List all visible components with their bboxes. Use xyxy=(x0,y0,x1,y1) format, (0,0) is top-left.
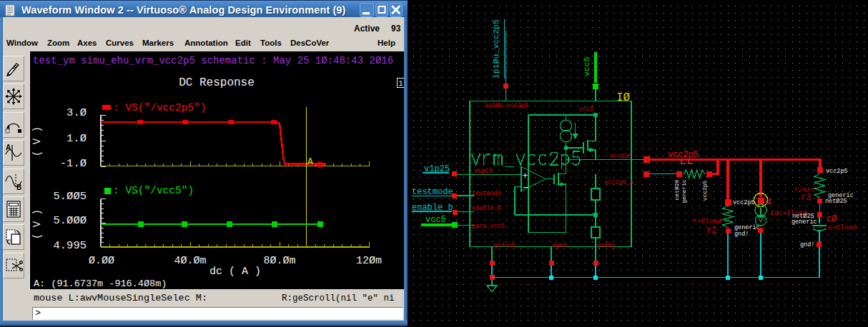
svg-text:3.Ø: 3.Ø xyxy=(66,106,87,119)
svg-text:r=Rload: r=Rload xyxy=(693,217,721,225)
svg-text:IØ: IØ xyxy=(616,91,631,104)
svg-text:enable_b: enable_b xyxy=(472,205,501,212)
svg-text:1.Ø: 1.Ø xyxy=(66,132,87,145)
svg-text:vcc2p5: vcc2p5 xyxy=(826,168,848,175)
svg-text:4Ø.Øm: 4Ø.Øm xyxy=(174,255,206,267)
svg-text:A: A xyxy=(307,156,313,167)
svg-text:−: − xyxy=(523,183,528,193)
svg-text:vcc5: vcc5 xyxy=(582,56,591,76)
svg-text:8Ø.Øm: 8Ø.Øm xyxy=(263,255,295,267)
svg-text:v1p25: v1p25 xyxy=(474,168,493,175)
svg-text:Ø.ØØ: Ø.ØØ xyxy=(89,255,114,267)
svg-text:agnd: agnd xyxy=(552,242,566,249)
svg-text:vcc2p5: vcc2p5 xyxy=(610,153,632,160)
svg-text:r2: r2 xyxy=(706,226,716,236)
svg-text:testmode: testmode xyxy=(412,187,453,197)
svg-text:c=Cload: c=Cload xyxy=(828,223,857,231)
svg-text:vcc2p5: vcc2p5 xyxy=(733,199,755,206)
svg-text:1: 1 xyxy=(398,80,403,88)
svg-text:gnd!: gnd! xyxy=(800,241,814,248)
svg-text:ip1Øu_vcc2p5: ip1Øu_vcc2p5 xyxy=(485,102,528,109)
svg-text:generic: generic xyxy=(681,179,687,203)
svg-text:generic: generic xyxy=(791,218,817,226)
svg-text:DC Response: DC Response xyxy=(179,76,255,89)
svg-text:ip1Øu_vcc2p5: ip1Øu_vcc2p5 xyxy=(491,19,500,79)
svg-text:12Øm: 12Øm xyxy=(356,255,382,267)
svg-text:netØ28: netØ28 xyxy=(674,179,680,200)
svg-text:vcc2p5_a: vcc2p5_a xyxy=(604,179,633,186)
svg-text:vcc5: vcc5 xyxy=(579,106,593,113)
svg-text:A: (91.6737m -916.4Ø8m): A: (91.6737m -916.4Ø8m) xyxy=(34,278,167,289)
svg-text:( V ): ( V ) xyxy=(31,209,43,239)
svg-text:gndsub: gndsub xyxy=(493,242,516,249)
svg-text:dc ( A ): dc ( A ) xyxy=(209,266,261,278)
svg-text:vcc5: vcc5 xyxy=(425,215,446,225)
svg-text:test_ym simu_ehu_vrm_vcc2p5 sc: test_ym simu_ehu_vrm_vcc2p5 schematic : … xyxy=(33,55,393,66)
svg-text:gndbg: gndbg xyxy=(596,242,615,249)
svg-text:5.ØØØ: 5.ØØØ xyxy=(53,214,87,227)
svg-text:-1.Ø: -1.Ø xyxy=(60,157,87,170)
svg-text:r3: r3 xyxy=(801,193,811,203)
svg-text:+: + xyxy=(523,171,528,181)
svg-text:: VS("/vcc5"): : VS("/vcc5") xyxy=(113,185,194,196)
svg-text:vcc2p5: vcc2p5 xyxy=(701,180,708,201)
svg-text:testmode: testmode xyxy=(472,190,501,197)
svg-text:4.995: 4.995 xyxy=(53,239,87,252)
svg-text:netØ25: netØ25 xyxy=(825,198,847,205)
svg-text:: VS("/vcc2p5"): : VS("/vcc2p5") xyxy=(113,102,207,114)
svg-text:B: B xyxy=(16,183,21,191)
svg-text:( V ): ( V ) xyxy=(31,126,43,156)
svg-text:4: 4 xyxy=(766,197,771,208)
svg-text:gnd!: gnd! xyxy=(734,231,749,238)
svg-text:A: A xyxy=(6,144,11,151)
svg-text:5.ØØ5: 5.ØØ5 xyxy=(53,190,87,203)
svg-text:vcc2p5: vcc2p5 xyxy=(668,150,699,160)
svg-text:para_vcc5: para_vcc5 xyxy=(472,223,505,230)
svg-text:cØ: cØ xyxy=(827,214,837,224)
